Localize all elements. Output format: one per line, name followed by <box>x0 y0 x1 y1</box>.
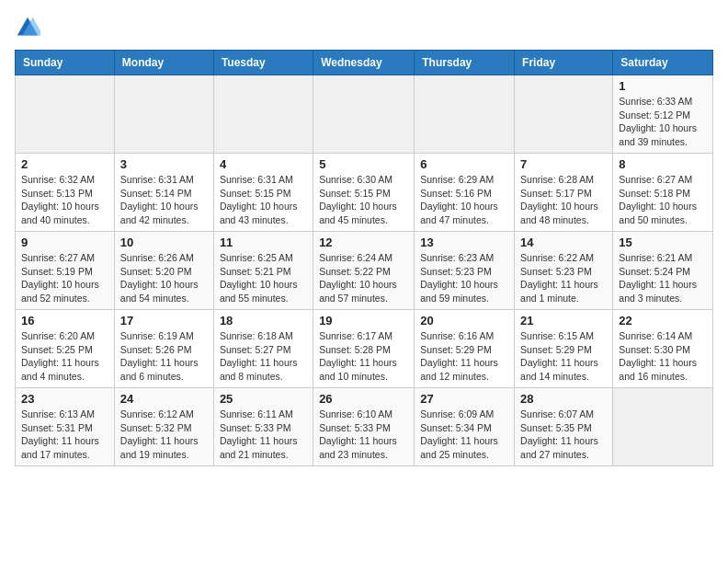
day-info: Sunrise: 6:24 AM Sunset: 5:22 PM Dayligh… <box>319 251 408 305</box>
day-number: 12 <box>319 236 408 249</box>
day-number: 17 <box>120 314 208 327</box>
weekday-header-tuesday: Tuesday <box>213 51 313 75</box>
calendar-cell: 16Sunrise: 6:20 AM Sunset: 5:25 PM Dayli… <box>16 310 115 388</box>
calendar-cell: 14Sunrise: 6:22 AM Sunset: 5:23 PM Dayli… <box>515 232 613 310</box>
calendar-week-2: 2Sunrise: 6:32 AM Sunset: 5:13 PM Daylig… <box>16 154 713 232</box>
calendar-cell: 27Sunrise: 6:09 AM Sunset: 5:34 PM Dayli… <box>415 388 515 466</box>
calendar-cell <box>313 75 415 154</box>
calendar-cell: 18Sunrise: 6:18 AM Sunset: 5:27 PM Dayli… <box>213 310 313 388</box>
calendar-cell: 21Sunrise: 6:15 AM Sunset: 5:29 PM Dayli… <box>515 310 613 388</box>
day-info: Sunrise: 6:31 AM Sunset: 5:14 PM Dayligh… <box>120 173 208 227</box>
day-number: 6 <box>420 157 508 171</box>
day-number: 25 <box>220 392 307 406</box>
calendar-cell <box>114 75 213 154</box>
calendar-week-5: 23Sunrise: 6:13 AM Sunset: 5:31 PM Dayli… <box>16 388 713 466</box>
day-info: Sunrise: 6:12 AM Sunset: 5:32 PM Dayligh… <box>120 408 208 462</box>
day-number: 19 <box>319 314 408 327</box>
logo-icon <box>15 15 40 40</box>
day-info: Sunrise: 6:15 AM Sunset: 5:29 PM Dayligh… <box>520 329 607 384</box>
calendar-cell: 19Sunrise: 6:17 AM Sunset: 5:28 PM Dayli… <box>313 310 415 388</box>
calendar-cell: 28Sunrise: 6:07 AM Sunset: 5:35 PM Dayli… <box>515 388 613 466</box>
day-number: 20 <box>420 314 508 327</box>
calendar-cell: 9Sunrise: 6:27 AM Sunset: 5:19 PM Daylig… <box>16 232 115 310</box>
calendar-cell: 13Sunrise: 6:23 AM Sunset: 5:23 PM Dayli… <box>415 232 515 310</box>
calendar-cell: 25Sunrise: 6:11 AM Sunset: 5:33 PM Dayli… <box>213 388 313 466</box>
calendar-cell: 24Sunrise: 6:12 AM Sunset: 5:32 PM Dayli… <box>114 388 213 466</box>
day-number: 15 <box>619 236 707 249</box>
calendar-cell: 4Sunrise: 6:31 AM Sunset: 5:15 PM Daylig… <box>213 154 313 232</box>
day-info: Sunrise: 6:10 AM Sunset: 5:33 PM Dayligh… <box>319 408 408 462</box>
day-info: Sunrise: 6:17 AM Sunset: 5:28 PM Dayligh… <box>319 329 408 384</box>
day-info: Sunrise: 6:19 AM Sunset: 5:26 PM Dayligh… <box>120 329 208 384</box>
day-number: 11 <box>220 236 307 249</box>
day-number: 1 <box>619 79 707 93</box>
day-info: Sunrise: 6:14 AM Sunset: 5:30 PM Dayligh… <box>619 329 707 384</box>
day-info: Sunrise: 6:23 AM Sunset: 5:23 PM Dayligh… <box>420 251 508 305</box>
calendar-cell: 12Sunrise: 6:24 AM Sunset: 5:22 PM Dayli… <box>313 232 415 310</box>
day-info: Sunrise: 6:11 AM Sunset: 5:33 PM Dayligh… <box>220 408 307 462</box>
weekday-header-wednesday: Wednesday <box>313 51 415 75</box>
calendar-cell <box>16 75 115 154</box>
day-number: 8 <box>619 157 707 171</box>
day-info: Sunrise: 6:30 AM Sunset: 5:15 PM Dayligh… <box>319 173 408 227</box>
day-number: 4 <box>220 157 307 171</box>
day-info: Sunrise: 6:28 AM Sunset: 5:17 PM Dayligh… <box>520 173 607 227</box>
calendar-cell: 1Sunrise: 6:33 AM Sunset: 5:12 PM Daylig… <box>613 75 713 154</box>
day-number: 28 <box>520 392 607 406</box>
day-number: 21 <box>520 314 607 327</box>
weekday-header-friday: Friday <box>515 51 613 75</box>
day-info: Sunrise: 6:16 AM Sunset: 5:29 PM Dayligh… <box>420 329 508 384</box>
day-info: Sunrise: 6:22 AM Sunset: 5:23 PM Dayligh… <box>520 251 607 305</box>
day-number: 3 <box>120 157 208 171</box>
day-info: Sunrise: 6:29 AM Sunset: 5:16 PM Dayligh… <box>420 173 508 227</box>
calendar-week-1: 1Sunrise: 6:33 AM Sunset: 5:12 PM Daylig… <box>16 75 713 154</box>
day-info: Sunrise: 6:31 AM Sunset: 5:15 PM Dayligh… <box>220 173 307 227</box>
weekday-header-sunday: Sunday <box>16 51 115 75</box>
day-info: Sunrise: 6:25 AM Sunset: 5:21 PM Dayligh… <box>220 251 307 305</box>
calendar-cell: 11Sunrise: 6:25 AM Sunset: 5:21 PM Dayli… <box>213 232 313 310</box>
day-number: 5 <box>319 157 408 171</box>
calendar-cell: 2Sunrise: 6:32 AM Sunset: 5:13 PM Daylig… <box>16 154 115 232</box>
day-number: 18 <box>220 314 307 327</box>
calendar-cell: 6Sunrise: 6:29 AM Sunset: 5:16 PM Daylig… <box>415 154 515 232</box>
day-number: 7 <box>520 157 607 171</box>
calendar-table: SundayMondayTuesdayWednesdayThursdayFrid… <box>15 50 713 466</box>
calendar-header-row: SundayMondayTuesdayWednesdayThursdayFrid… <box>16 51 713 75</box>
calendar-cell: 20Sunrise: 6:16 AM Sunset: 5:29 PM Dayli… <box>415 310 515 388</box>
day-number: 27 <box>420 392 508 406</box>
day-info: Sunrise: 6:07 AM Sunset: 5:35 PM Dayligh… <box>520 408 607 462</box>
calendar-cell <box>613 388 713 466</box>
calendar-week-3: 9Sunrise: 6:27 AM Sunset: 5:19 PM Daylig… <box>16 232 713 310</box>
calendar-cell: 22Sunrise: 6:14 AM Sunset: 5:30 PM Dayli… <box>613 310 713 388</box>
day-number: 14 <box>520 236 607 249</box>
calendar-cell <box>515 75 613 154</box>
day-info: Sunrise: 6:09 AM Sunset: 5:34 PM Dayligh… <box>420 408 508 462</box>
day-number: 22 <box>619 314 707 327</box>
day-number: 23 <box>21 392 108 406</box>
day-info: Sunrise: 6:32 AM Sunset: 5:13 PM Dayligh… <box>21 173 108 227</box>
calendar-cell: 8Sunrise: 6:27 AM Sunset: 5:18 PM Daylig… <box>613 154 713 232</box>
calendar-cell <box>415 75 515 154</box>
day-info: Sunrise: 6:13 AM Sunset: 5:31 PM Dayligh… <box>21 408 108 462</box>
calendar-week-4: 16Sunrise: 6:20 AM Sunset: 5:25 PM Dayli… <box>16 310 713 388</box>
day-number: 13 <box>420 236 508 249</box>
calendar-cell: 7Sunrise: 6:28 AM Sunset: 5:17 PM Daylig… <box>515 154 613 232</box>
day-number: 9 <box>21 236 108 249</box>
day-info: Sunrise: 6:20 AM Sunset: 5:25 PM Dayligh… <box>21 329 108 384</box>
calendar-cell: 5Sunrise: 6:30 AM Sunset: 5:15 PM Daylig… <box>313 154 415 232</box>
logo <box>15 15 44 40</box>
day-info: Sunrise: 6:21 AM Sunset: 5:24 PM Dayligh… <box>619 251 707 305</box>
calendar-cell: 10Sunrise: 6:26 AM Sunset: 5:20 PM Dayli… <box>114 232 213 310</box>
weekday-header-saturday: Saturday <box>613 51 713 75</box>
header <box>15 15 713 40</box>
weekday-header-monday: Monday <box>114 51 213 75</box>
calendar-cell: 3Sunrise: 6:31 AM Sunset: 5:14 PM Daylig… <box>114 154 213 232</box>
day-number: 2 <box>21 157 108 171</box>
weekday-header-thursday: Thursday <box>415 51 515 75</box>
day-number: 24 <box>120 392 208 406</box>
calendar-cell: 17Sunrise: 6:19 AM Sunset: 5:26 PM Dayli… <box>114 310 213 388</box>
calendar-cell: 26Sunrise: 6:10 AM Sunset: 5:33 PM Dayli… <box>313 388 415 466</box>
calendar-cell: 15Sunrise: 6:21 AM Sunset: 5:24 PM Dayli… <box>613 232 713 310</box>
day-info: Sunrise: 6:18 AM Sunset: 5:27 PM Dayligh… <box>220 329 307 384</box>
day-info: Sunrise: 6:27 AM Sunset: 5:18 PM Dayligh… <box>619 173 707 227</box>
